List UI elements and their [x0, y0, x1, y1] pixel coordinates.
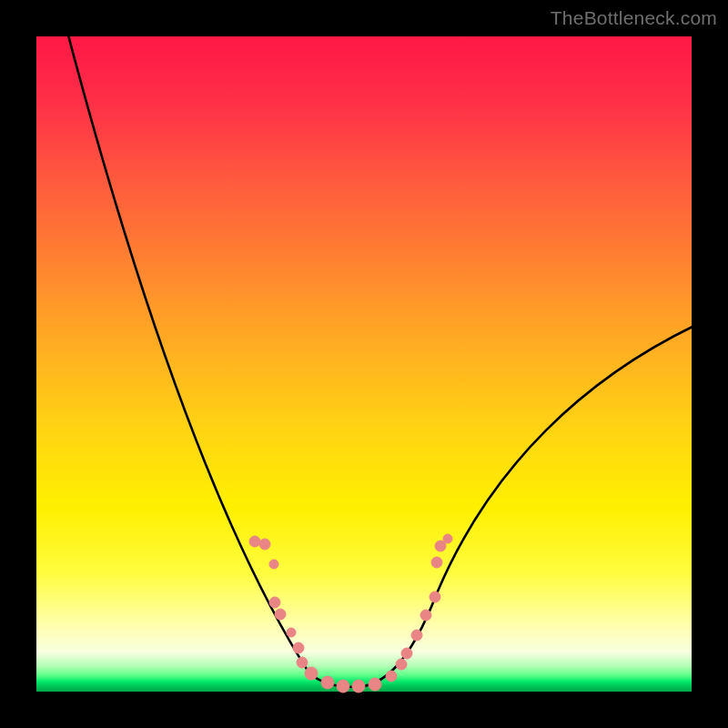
- marker-dot: [269, 560, 278, 569]
- marker-dot: [352, 680, 365, 693]
- chart-frame: TheBottleneck.com: [0, 0, 728, 728]
- plot-area: [36, 36, 692, 692]
- marker-dot: [275, 609, 286, 620]
- marker-dot: [443, 534, 452, 543]
- marker-dot: [249, 536, 260, 547]
- watermark-text: TheBottleneck.com: [551, 7, 717, 29]
- marker-dot: [269, 597, 280, 608]
- marker-dot: [287, 628, 296, 637]
- marker-dot: [411, 630, 422, 641]
- marker-dot: [396, 659, 407, 670]
- marker-dot: [259, 539, 270, 550]
- marker-dot: [337, 680, 349, 693]
- marker-dot: [297, 657, 308, 668]
- marker-dot: [401, 648, 412, 659]
- bottleneck-curve: [67, 32, 694, 687]
- marker-dot: [431, 557, 442, 568]
- marker-dot: [386, 671, 397, 682]
- marker-dot: [305, 667, 318, 680]
- marker-dot: [369, 678, 381, 691]
- marker-dot: [430, 592, 440, 602]
- marker-dot: [420, 610, 431, 621]
- marker-dot: [321, 676, 334, 689]
- marker-group: [249, 534, 452, 693]
- curve-svg: [36, 36, 692, 692]
- marker-dot: [293, 642, 304, 653]
